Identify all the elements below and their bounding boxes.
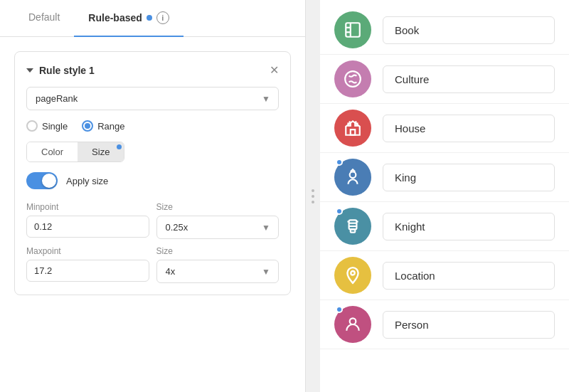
pagerank-select[interactable]: pageRank degree betweenness [26,87,279,110]
person-icon [334,306,371,343]
radio-group: Single Range [26,120,279,132]
svg-rect-0 [346,23,360,37]
tab-rule-based[interactable]: Rule-based i [74,0,183,37]
blue-status-dot [336,306,343,313]
fields-grid: Minpoint Size 0.25x 0.5x 1x ▼ M [26,202,279,283]
rule-box: Rule style 1 ✕ pageRank degree betweenne… [14,51,291,295]
right-panel: BookCultureHouseKingKnightLocationPerson [320,0,569,392]
node-item-house[interactable]: House [320,104,569,153]
radio-range[interactable]: Range [82,120,124,132]
svg-rect-11 [351,229,356,232]
node-item-location[interactable]: Location [320,251,569,300]
person-label: Person [383,311,555,339]
node-item-culture[interactable]: Culture [320,55,569,104]
house-label: House [383,115,555,142]
apply-size-toggle[interactable] [26,172,58,189]
king-icon [334,159,371,196]
node-item-knight[interactable]: Knight [320,202,569,251]
svg-point-7 [350,171,356,178]
knight-icon [334,208,371,245]
minpoint-group: Minpoint [26,202,149,239]
size-min-label: Size [156,202,280,212]
radio-single-circle [26,120,38,132]
node-item-person[interactable]: Person [320,300,569,349]
rule-title: Rule style 1 [26,65,95,76]
knight-label: Knight [383,213,555,240]
tab-size[interactable]: Size [78,142,124,161]
tab-color[interactable]: Color [27,142,78,161]
collapse-icon[interactable] [26,68,33,73]
radio-range-inner [85,123,90,129]
tab-default[interactable]: Default [14,0,74,37]
radio-range-circle [82,120,93,132]
size-min-select[interactable]: 0.25x 0.5x 1x [156,216,280,239]
svg-rect-8 [349,220,357,229]
node-item-book[interactable]: Book [320,6,569,55]
apply-size-row: Apply size [26,172,279,189]
culture-icon [334,60,371,97]
color-size-tab-bar: Color Size [26,142,124,162]
panel-divider[interactable] [306,0,320,392]
king-label: King [383,164,555,191]
size-max-group: Size 4x 2x 1x ▼ [156,246,280,283]
book-label: Book [383,16,555,44]
divider-dot-2 [312,195,314,198]
info-icon[interactable]: i [156,11,169,24]
pagerank-select-wrapper: pageRank degree betweenness ▼ [26,87,279,110]
size-max-label: Size [156,246,280,256]
maxpoint-label: Maxpoint [26,246,149,256]
rule-title-text: Rule style 1 [39,65,95,76]
minpoint-label: Minpoint [26,202,149,212]
node-item-king[interactable]: King [320,153,569,202]
rule-header: Rule style 1 ✕ [26,63,279,77]
svg-point-15 [350,318,356,324]
house-icon [334,110,371,147]
close-rule-button[interactable]: ✕ [270,63,279,77]
culture-label: Culture [383,65,555,93]
active-indicator-dot [147,15,152,21]
location-icon [334,257,371,294]
maxpoint-input[interactable] [26,260,149,282]
blue-status-dot [336,208,343,215]
svg-point-14 [351,271,354,275]
radio-single[interactable]: Single [26,120,68,132]
svg-rect-4 [351,129,356,135]
size-max-select[interactable]: 4x 2x 1x [156,260,280,283]
maxpoint-group: Maxpoint [26,246,149,283]
divider-dot-1 [312,189,314,192]
book-icon [334,11,371,48]
tab-bar: Default Rule-based i [0,0,305,37]
panel-content: Rule style 1 ✕ pageRank degree betweenne… [0,37,305,392]
apply-size-label: Apply size [66,176,108,186]
left-panel: Default Rule-based i Rule style 1 ✕ page… [0,0,306,392]
size-min-group: Size 0.25x 0.5x 1x ▼ [156,202,280,239]
blue-status-dot [336,159,343,166]
divider-dot-3 [312,201,314,203]
location-label: Location [383,262,555,290]
size-tab-dot [117,144,122,149]
toggle-thumb [42,174,56,188]
minpoint-input[interactable] [26,216,149,238]
